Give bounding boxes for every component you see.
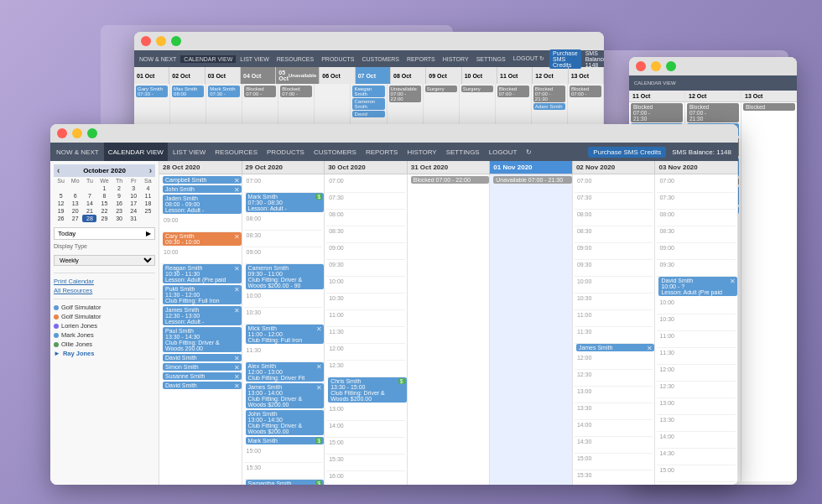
- close-mick[interactable]: ✕: [316, 325, 322, 333]
- close-icon-right[interactable]: [636, 61, 646, 71]
- back-apt-david07[interactable]: David: [352, 111, 384, 117]
- close-james-28[interactable]: ✕: [234, 307, 240, 314]
- close-james-29[interactable]: ✕: [316, 384, 322, 392]
- nav-settings-back[interactable]: SETTINGS: [473, 55, 509, 63]
- cal-td-16[interactable]: 16: [112, 200, 126, 207]
- apt-jaden[interactable]: Jaden Smith08:00 - 09:00Lesson: Adult -: [163, 195, 242, 214]
- cal-td-2[interactable]: 2: [112, 184, 126, 192]
- minimize-icon-main[interactable]: [72, 128, 82, 138]
- maximize-icon-back[interactable]: [171, 36, 181, 46]
- cal-td-13[interactable]: 13: [68, 200, 82, 207]
- cal-td-19[interactable]: 19: [54, 207, 68, 215]
- cal-td-21[interactable]: 21: [82, 207, 96, 215]
- nav-history-back[interactable]: HISTORY: [440, 55, 472, 63]
- nav-reports-back[interactable]: REPORTS: [403, 55, 439, 63]
- cal-td-11[interactable]: 11: [141, 192, 155, 200]
- close-reagan[interactable]: ✕: [234, 265, 240, 273]
- nav-calendar-back[interactable]: CALENDAR VIEW: [180, 55, 236, 63]
- apt-campbell[interactable]: Campbell Smith ✕: [163, 176, 242, 184]
- nav-now-next-back[interactable]: NOW & NEXT: [136, 55, 179, 63]
- close-david-28b[interactable]: ✕: [234, 382, 240, 389]
- apt-mick[interactable]: Mick Smith11:00 - 12:00Club Fitting: Ful…: [246, 325, 325, 344]
- cal-td-26[interactable]: 26: [54, 215, 68, 222]
- col-header-30oct[interactable]: 30 Oct 2020: [325, 161, 408, 174]
- col-header-31oct[interactable]: 31 Oct 2020: [408, 161, 491, 174]
- apt-susanne[interactable]: Susanne Smith ✕: [163, 372, 242, 380]
- apt-reagan[interactable]: Reagan Smith10:30 - 11:30Lesson: Adult (…: [163, 264, 242, 283]
- nav-logout[interactable]: LOGOUT: [485, 143, 522, 161]
- cal-td-8[interactable]: 8: [96, 192, 112, 200]
- maximize-icon-main[interactable]: [87, 128, 97, 138]
- minimize-icon-back[interactable]: [156, 36, 166, 46]
- resource-golf-sim-2[interactable]: Golf Simulator: [54, 312, 155, 321]
- apt-cary[interactable]: Cary Smith09:30 - 10:00 ✕: [163, 232, 242, 246]
- nav-list-view[interactable]: LIST VIEW: [169, 143, 210, 161]
- close-david-03[interactable]: ✕: [730, 278, 736, 285]
- back-apt-adam[interactable]: Adam Smith: [533, 103, 565, 110]
- apt-john-28[interactable]: John Smith ✕: [163, 185, 242, 193]
- cal-td-7[interactable]: 7: [82, 192, 96, 200]
- col-header-01nov[interactable]: 01 Nov 2020: [490, 161, 573, 174]
- close-icon-main[interactable]: [57, 128, 67, 138]
- back-apt-mark[interactable]: Mark Smith07:30 -: [208, 86, 240, 97]
- close-susanne[interactable]: ✕: [234, 373, 240, 380]
- sms-credits-btn[interactable]: Purchase SMS Credits: [588, 147, 666, 158]
- maximize-icon-right[interactable]: [666, 61, 676, 71]
- apt-david-28[interactable]: David Smith ✕: [163, 354, 242, 361]
- cal-td-9[interactable]: 9: [112, 192, 126, 200]
- cal-td-22[interactable]: 22: [96, 207, 112, 215]
- back-apt-gary[interactable]: Gary Smith07:30 -: [136, 86, 168, 97]
- apt-alex[interactable]: Alex Smith12:00 - 13:00Club Fitting: Dri…: [246, 362, 325, 382]
- close-campbell[interactable]: ✕: [234, 177, 240, 184]
- print-calendar-link[interactable]: Print Calendar: [54, 277, 155, 286]
- sms-credits-back[interactable]: Purchase SMS Credits: [549, 49, 581, 69]
- cal-td-24[interactable]: 24: [127, 207, 141, 215]
- resource-ollie[interactable]: Ollie Jones: [54, 340, 155, 349]
- close-icon-back[interactable]: [141, 36, 151, 46]
- resource-golf-sim-1[interactable]: Golf Simulator: [54, 303, 155, 312]
- cal-td-14[interactable]: 14: [82, 200, 96, 207]
- col-header-02nov[interactable]: 02 Nov 2020: [573, 161, 656, 174]
- nav-products[interactable]: PRODUCTS: [263, 143, 309, 161]
- nav-resources-back[interactable]: RESOURCES: [273, 55, 317, 63]
- nav-products-back[interactable]: PRODUCTS: [318, 55, 357, 63]
- nav-refresh-icon[interactable]: ↻: [522, 143, 536, 161]
- cal-td-27[interactable]: 27: [68, 215, 82, 222]
- cal-td-5[interactable]: 5: [54, 192, 68, 200]
- cal-td-23[interactable]: 23: [112, 207, 126, 215]
- apt-pukti[interactable]: Pukti Smith11:30 - 12:00Club Fitting: Fu…: [163, 285, 242, 304]
- apt-mark-29b[interactable]: Mark Smith $: [246, 437, 325, 444]
- apt-simon[interactable]: Simon Smith ✕: [163, 363, 242, 371]
- apt-david-03[interactable]: David Smith10:00 - ?Lesson: Adult (Pre p…: [658, 277, 737, 296]
- today-button[interactable]: Today ▶: [54, 227, 155, 240]
- close-cary[interactable]: ✕: [234, 233, 240, 241]
- nav-reports[interactable]: REPORTS: [362, 143, 403, 161]
- cal-td-20[interactable]: 20: [68, 207, 82, 215]
- apt-james-02[interactable]: James Smith ✕: [576, 344, 655, 351]
- close-james-02[interactable]: ✕: [647, 345, 653, 351]
- minimize-icon-right[interactable]: [651, 61, 661, 71]
- apt-paul[interactable]: Paul Smith13:30 - 14:30Club Fitting: Dri…: [163, 327, 242, 352]
- nav-customers-back[interactable]: CUSTOMERS: [358, 55, 403, 63]
- apt-chris[interactable]: Chris Smith13:30 - 15:00Club Fitting: Dr…: [328, 377, 407, 403]
- back-apt-max[interactable]: Max Smith08:00: [172, 86, 204, 97]
- apt-david-28b[interactable]: David Smith ✕: [163, 382, 242, 389]
- resource-lorien[interactable]: Lorien Jones: [54, 321, 155, 330]
- cal-td-6[interactable]: 6: [68, 192, 82, 200]
- nav-right-1[interactable]: CALENDAR VIEW: [631, 80, 679, 86]
- cal-td-12[interactable]: 12: [54, 200, 68, 207]
- cal-td-28[interactable]: 28: [82, 215, 96, 222]
- cal-td-31[interactable]: 31: [127, 215, 141, 222]
- nav-customers[interactable]: CUSTOMERS: [310, 143, 361, 161]
- close-david-28[interactable]: ✕: [234, 355, 240, 361]
- nav-calendar-view[interactable]: CALENDAR VIEW: [104, 143, 168, 161]
- resource-mark[interactable]: Mark Jones: [54, 330, 155, 340]
- apt-mark-29[interactable]: Mark Smith07:30 - 08:30Lesson: Adult - ✕…: [246, 193, 325, 212]
- cal-td-25[interactable]: 25: [141, 207, 155, 215]
- display-type-select[interactable]: Weekly Daily Monthly: [54, 255, 155, 266]
- all-resources-link[interactable]: All Resources: [54, 286, 155, 295]
- cal-td-18[interactable]: 18: [141, 200, 155, 207]
- cal-td-3[interactable]: 3: [127, 184, 141, 192]
- apt-james-28[interactable]: James Smith12:30 - 13:00Lesson: Adult - …: [163, 306, 242, 325]
- cal-td-1[interactable]: 1: [96, 184, 112, 192]
